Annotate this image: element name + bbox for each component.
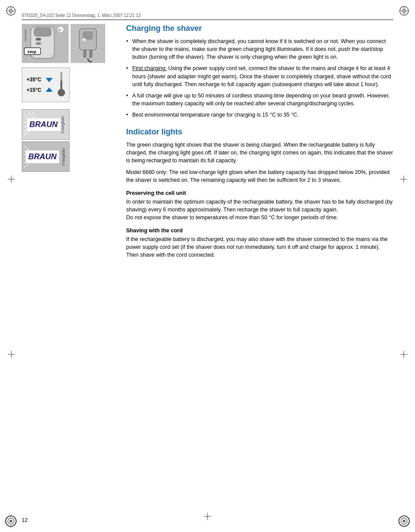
charging-bullets: When the shaver is completely discharged… bbox=[126, 37, 393, 119]
braun-model-2: Freeglider bbox=[61, 148, 66, 166]
bullet-2: First charging: Using the power supply c… bbox=[126, 64, 393, 88]
svg-point-44 bbox=[58, 89, 65, 96]
bullet-2-text: Using the power supply cord set, connect… bbox=[132, 65, 391, 87]
plug-illustration: ✦ bbox=[70, 24, 105, 63]
thermometer-block: +35°C +15°C bbox=[22, 67, 70, 102]
corner-mark-bl bbox=[4, 515, 17, 528]
thermometer-icon bbox=[57, 72, 66, 98]
first-charging-label: First charging: bbox=[132, 65, 167, 71]
svg-rect-39 bbox=[84, 50, 86, 58]
svg-text:waviness: waviness bbox=[24, 29, 27, 42]
svg-point-10 bbox=[10, 520, 12, 522]
svg-rect-29 bbox=[34, 28, 51, 37]
bullet-1-text: When the shaver is completely discharged… bbox=[132, 38, 386, 60]
braun-logo-2: BRAUN bbox=[28, 152, 57, 161]
thermo-top-label: +35°C bbox=[27, 77, 41, 83]
indicator-text-1: The green charging light shows that the … bbox=[126, 141, 393, 164]
header-text: 57I0320_S4-102 Seite 12 Donnerstag, 1. M… bbox=[22, 13, 141, 18]
bullet-1: When the shaver is completely discharged… bbox=[126, 37, 393, 61]
svg-point-17 bbox=[403, 520, 405, 522]
braun-block-2: BRAUN Freeglider bbox=[22, 141, 70, 172]
braun-block-1: BRAUN Freeglider bbox=[22, 109, 70, 140]
shaving-cord-subsection: Shaving with the cord If the rechargeabl… bbox=[126, 228, 393, 259]
thermo-labels: +35°C +15°C bbox=[27, 77, 41, 93]
bottom-center-mark bbox=[204, 513, 211, 521]
indicator-section: Indicator lights The green charging ligh… bbox=[126, 127, 393, 259]
left-column: waviness stop ❄ bbox=[22, 24, 122, 510]
top-image-row: waviness stop ❄ bbox=[22, 24, 113, 63]
corner-mark-br bbox=[398, 515, 411, 528]
arrow-up-icon bbox=[46, 87, 53, 92]
header-bar: 57I0320_S4-102 Seite 12 Donnerstag, 1. M… bbox=[22, 12, 393, 20]
indicator-text-2: Model 6680 only: The red low-charge ligh… bbox=[126, 168, 393, 184]
arrow-down-icon bbox=[46, 78, 53, 82]
shaver-image-block: waviness stop ❄ bbox=[22, 24, 113, 102]
svg-rect-40 bbox=[90, 50, 92, 58]
thermo-arrows bbox=[46, 78, 53, 92]
right-column: Charging the shaver When the shaver is c… bbox=[122, 24, 393, 510]
bullet-3-text: A full charge will give up to 50 minutes… bbox=[132, 93, 390, 107]
bullet-4-text: Best environmental temperature range for… bbox=[132, 112, 298, 118]
page-content: waviness stop ❄ bbox=[22, 24, 393, 510]
indicator-title: Indicator lights bbox=[126, 127, 393, 137]
bullet-3: A full charge will give up to 50 minutes… bbox=[126, 92, 393, 107]
side-mark-left-top bbox=[8, 176, 15, 183]
bullet-4: Best environmental temperature range for… bbox=[126, 111, 393, 119]
page-number: 12 bbox=[22, 517, 27, 523]
side-mark-right-top bbox=[400, 176, 407, 183]
side-mark-right-bottom bbox=[400, 351, 407, 358]
charging-title: Charging the shaver bbox=[126, 24, 393, 33]
svg-text:✦: ✦ bbox=[81, 36, 87, 43]
svg-rect-43 bbox=[60, 80, 62, 89]
charging-section: Charging the shaver When the shaver is c… bbox=[126, 24, 393, 119]
thermo-bottom-label: +15°C bbox=[27, 87, 41, 93]
braun-model-1: Freeglider bbox=[60, 116, 65, 134]
svg-text:❄: ❄ bbox=[58, 29, 61, 32]
preserving-title: Preserving the cell unit bbox=[126, 190, 393, 196]
svg-rect-31 bbox=[36, 42, 41, 45]
svg-rect-30 bbox=[36, 38, 41, 40]
shaver-illustration: waviness stop ❄ bbox=[22, 24, 69, 63]
preserving-text: In order to maintain the optimum capacit… bbox=[126, 198, 393, 221]
shaving-cord-title: Shaving with the cord bbox=[126, 228, 393, 234]
braun-logo-1: BRAUN bbox=[30, 120, 58, 129]
preserving-subsection: Preserving the cell unit In order to mai… bbox=[126, 190, 393, 221]
svg-text:stop: stop bbox=[27, 49, 37, 54]
corner-mark-tr bbox=[398, 4, 411, 17]
shaving-cord-text: If the rechargeable battery is discharge… bbox=[126, 235, 393, 259]
corner-mark-tl bbox=[4, 4, 17, 17]
braun-images-block: BRAUN Freeglider bbox=[22, 109, 113, 172]
side-mark-left-bottom bbox=[8, 351, 15, 358]
